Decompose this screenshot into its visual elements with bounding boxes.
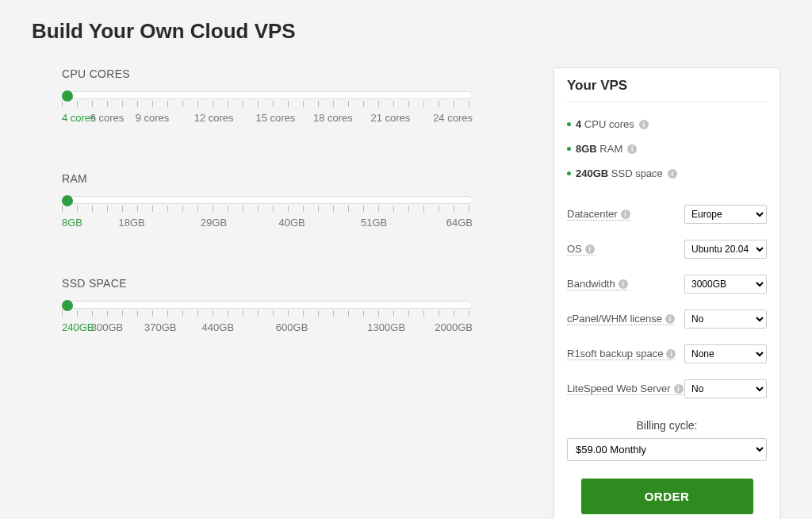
cpu-tick-label[interactable]: 12 cores	[194, 112, 234, 124]
ssd-tick-label[interactable]: 1300GB	[367, 321, 405, 333]
option-row: Bandwidthi3000GB	[567, 267, 767, 302]
ram-tick-label[interactable]: 64GB	[446, 217, 473, 229]
ram-tick-label[interactable]: 18GB	[118, 217, 144, 229]
info-icon[interactable]: i	[621, 210, 630, 219]
option-row: OSiUbuntu 20.04	[567, 232, 767, 267]
info-icon[interactable]: i	[665, 314, 675, 324]
ssd-tick-label[interactable]: 370GB	[144, 321, 176, 333]
ram-tick-labels: 8GB18GB29GB40GB51GB64GB	[62, 217, 473, 231]
option-row: cPanel/WHM licenseiNo	[567, 302, 767, 336]
option-select[interactable]: No	[684, 379, 767, 398]
ram-slider-ticks	[62, 206, 473, 213]
option-select[interactable]: No	[684, 309, 767, 329]
spec-text: 4 CPU cores	[576, 118, 634, 130]
ssd-slider-label: SSD SPACE	[62, 277, 522, 290]
cpu-tick-label[interactable]: 6 cores	[90, 112, 124, 124]
bullet-icon	[567, 122, 571, 126]
bullet-icon	[567, 171, 571, 175]
ssd-tick-label[interactable]: 2000GB	[435, 321, 473, 333]
billing-cycle-select[interactable]: $59.00 Monthly	[567, 438, 767, 461]
option-label: Bandwidthi	[567, 278, 628, 290]
option-label: LiteSpeed Web Serveri	[567, 383, 684, 395]
option-row: LiteSpeed Web ServeriNo	[567, 371, 767, 406]
info-icon[interactable]: i	[627, 144, 637, 154]
bullet-icon	[567, 147, 571, 151]
ssd-tick-label[interactable]: 440GB	[202, 321, 234, 333]
ram-tick-label[interactable]: 40GB	[278, 217, 304, 229]
cpu-tick-label[interactable]: 21 cores	[370, 112, 410, 124]
cpu-slider-track[interactable]	[62, 91, 473, 99]
cpu-tick-label[interactable]: 18 cores	[313, 112, 353, 124]
ssd-tick-label[interactable]: 240GB	[62, 321, 94, 333]
spec-row: 4 CPU coresi	[567, 112, 767, 136]
info-icon[interactable]: i	[585, 244, 595, 254]
cpu-tick-labels: 4 cores6 cores9 cores12 cores15 cores18 …	[62, 112, 473, 126]
summary-title: Your VPS	[567, 78, 767, 102]
option-select[interactable]: Europe	[684, 205, 767, 224]
ssd-tick-label[interactable]: 300GB	[91, 321, 123, 333]
spec-row: 8GB RAMi	[567, 136, 767, 161]
option-label: cPanel/WHM licensei	[567, 313, 675, 325]
option-select[interactable]: None	[684, 344, 767, 363]
ram-slider-label: RAM	[62, 172, 522, 185]
order-button[interactable]: ORDER	[581, 479, 753, 514]
info-icon[interactable]: i	[666, 349, 676, 359]
slider-column: CPU CORES 4 cores6 cores9 cores12 cores1…	[32, 67, 522, 519]
ssd-tick-label[interactable]: 600GB	[276, 321, 308, 333]
info-icon[interactable]: i	[619, 279, 628, 289]
ram-tick-label[interactable]: 29GB	[201, 217, 227, 229]
ssd-slider-handle[interactable]	[62, 300, 73, 311]
cpu-tick-label[interactable]: 9 cores	[136, 112, 170, 124]
page-title: Build Your Own Cloud VPS	[32, 19, 780, 44]
info-icon[interactable]: i	[639, 120, 649, 129]
billing-cycle-label: Billing cycle:	[567, 419, 767, 432]
info-icon[interactable]: i	[668, 169, 677, 179]
ram-slider-track[interactable]	[62, 196, 473, 204]
option-select[interactable]: Ubuntu 20.04	[684, 240, 767, 259]
cpu-slider-block: CPU CORES 4 cores6 cores9 cores12 cores1…	[62, 67, 522, 126]
cpu-slider-ticks	[62, 101, 473, 109]
option-list: DatacenteriEuropeOSiUbuntu 20.04Bandwidt…	[567, 197, 767, 406]
ssd-tick-labels: 240GB300GB370GB440GB600GB1300GB2000GB	[62, 321, 473, 336]
option-label: Datacenteri	[567, 208, 630, 221]
ssd-slider-block: SSD SPACE 240GB300GB370GB440GB600GB1300G…	[62, 277, 522, 336]
spec-list: 4 CPU coresi8GB RAMi240GB SSD spacei	[567, 112, 767, 186]
ram-slider-handle[interactable]	[62, 195, 73, 206]
summary-panel: Your VPS 4 CPU coresi8GB RAMi240GB SSD s…	[553, 67, 780, 519]
cpu-tick-label[interactable]: 15 cores	[255, 112, 295, 124]
spec-text: 240GB SSD space	[576, 167, 663, 179]
spec-row: 240GB SSD spacei	[567, 161, 767, 186]
spec-text: 8GB RAM	[576, 143, 622, 155]
ram-tick-label[interactable]: 8GB	[62, 217, 82, 229]
option-label: R1soft backup spacei	[567, 348, 676, 360]
option-label: OSi	[567, 243, 595, 256]
option-row: R1soft backup spaceiNone	[567, 336, 767, 371]
ssd-slider-ticks	[62, 310, 473, 318]
option-row: DatacenteriEurope	[567, 197, 767, 232]
cpu-slider-handle[interactable]	[62, 90, 73, 102]
cpu-slider-label: CPU CORES	[62, 67, 522, 80]
ssd-slider-track[interactable]	[62, 301, 473, 309]
info-icon[interactable]: i	[674, 384, 684, 394]
ram-tick-label[interactable]: 51GB	[361, 217, 387, 229]
cpu-tick-label[interactable]: 24 cores	[433, 112, 473, 124]
ram-slider-block: RAM 8GB18GB29GB40GB51GB64GB	[62, 172, 522, 231]
option-select[interactable]: 3000GB	[684, 275, 767, 294]
